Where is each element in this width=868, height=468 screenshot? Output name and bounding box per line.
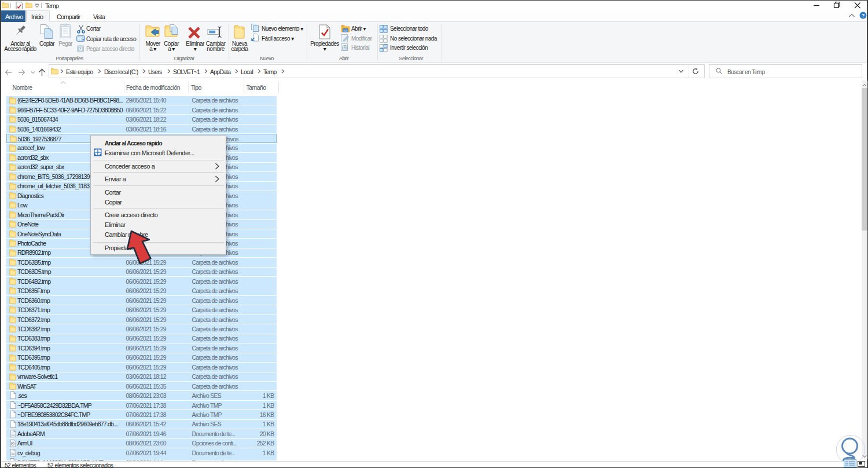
svg-text:?: ? — [862, 13, 865, 19]
